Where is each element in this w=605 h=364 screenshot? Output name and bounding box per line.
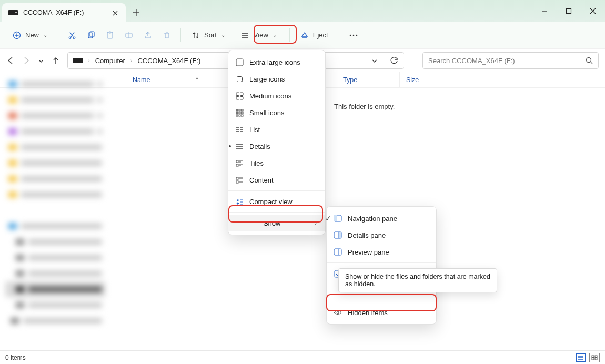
show-details-pane[interactable]: Details pane	[327, 227, 436, 244]
drive-icon	[73, 58, 83, 63]
close-tab-icon[interactable]	[111, 8, 119, 16]
recent-locations-button[interactable]	[38, 57, 44, 65]
navigation-pane-icon	[333, 215, 342, 222]
view-extra-large-icons[interactable]: Extra large icons	[228, 54, 325, 70]
show-navigation-pane[interactable]: ✓Navigation pane	[327, 210, 436, 227]
svg-rect-30	[236, 177, 238, 179]
search-icon	[586, 57, 593, 64]
paste-button[interactable]	[102, 28, 118, 43]
svg-rect-24	[241, 112, 243, 114]
view-show-submenu[interactable]: Show ›	[228, 215, 325, 231]
up-button[interactable]	[52, 56, 60, 65]
svg-rect-22	[236, 112, 238, 114]
svg-rect-21	[241, 109, 243, 111]
minimize-button[interactable]	[532, 0, 557, 22]
svg-rect-15	[236, 93, 239, 96]
svg-rect-25	[236, 115, 238, 116]
svg-rect-42	[595, 358, 597, 360]
bullet-icon: •	[225, 142, 235, 150]
large-icons-icon	[235, 75, 244, 83]
svg-point-10	[352, 34, 354, 36]
list-icon	[235, 126, 244, 134]
cut-icon	[68, 31, 76, 39]
delete-icon	[163, 31, 171, 39]
check-icon: ✓	[324, 214, 333, 223]
address-history-button[interactable]	[371, 57, 378, 65]
svg-rect-13	[236, 59, 243, 66]
view-list[interactable]: List	[228, 121, 325, 138]
more-button[interactable]	[345, 28, 362, 43]
svg-rect-14	[237, 76, 242, 82]
drive-icon	[8, 10, 18, 15]
svg-rect-16	[240, 93, 243, 96]
sort-icon	[191, 31, 200, 39]
thumbnails-view-toggle[interactable]	[589, 353, 600, 362]
delete-button[interactable]	[158, 28, 175, 43]
eject-icon	[300, 31, 309, 39]
svg-rect-39	[592, 356, 594, 358]
empty-folder-message: This folder is empty.	[334, 103, 395, 110]
content-icon	[235, 176, 244, 184]
preview-pane-icon	[333, 248, 342, 256]
svg-rect-0	[567, 8, 571, 13]
tab-current[interactable]: CCCOMA_X64F (F:)	[2, 3, 126, 22]
chevron-down-icon: ⌄	[43, 32, 47, 38]
forward-button[interactable]	[22, 56, 31, 65]
svg-rect-36	[334, 249, 341, 255]
new-button[interactable]: New ⌄	[7, 28, 53, 43]
rename-button[interactable]	[120, 28, 137, 43]
back-button[interactable]	[6, 56, 15, 65]
new-tab-button[interactable]	[126, 3, 147, 22]
navigation-pane[interactable]	[0, 72, 110, 350]
svg-rect-23	[239, 112, 240, 114]
chevron-right-icon[interactable]: ›	[130, 57, 133, 64]
svg-rect-19	[236, 109, 238, 111]
details-icon	[235, 143, 244, 150]
view-small-icons[interactable]: Small icons	[228, 104, 325, 121]
chevron-right-icon[interactable]: ›	[88, 57, 90, 64]
nav-buttons	[6, 56, 60, 65]
breadcrumb-current[interactable]: CCCOMA_X64F (F:)	[137, 57, 200, 65]
svg-point-38	[337, 311, 339, 314]
view-compact[interactable]: Compact view	[228, 193, 325, 210]
svg-rect-26	[239, 115, 240, 116]
rename-icon	[125, 31, 133, 39]
view-medium-icons[interactable]: Medium icons	[228, 87, 325, 104]
chevron-down-icon: ⌄	[221, 32, 225, 38]
svg-rect-17	[236, 96, 239, 99]
refresh-button[interactable]	[390, 56, 398, 65]
svg-point-12	[587, 58, 591, 63]
show-preview-pane[interactable]: Preview pane	[327, 244, 436, 260]
show-hidden-items[interactable]: Hidden items	[327, 304, 436, 321]
plus-circle-icon	[13, 31, 21, 39]
sort-button[interactable]: Sort ⌄	[186, 28, 230, 43]
view-large-icons[interactable]: Large icons	[228, 70, 325, 87]
cut-button[interactable]	[64, 28, 80, 43]
view-tiles[interactable]: Tiles	[228, 155, 325, 171]
search-input[interactable]: Search CCCOMA_X64F (F:)	[422, 52, 599, 69]
share-icon	[144, 31, 152, 39]
ellipsis-icon	[349, 31, 358, 39]
close-window-button[interactable]	[581, 0, 605, 22]
view-content[interactable]: Content	[228, 171, 325, 188]
svg-rect-31	[236, 181, 238, 183]
details-view-toggle[interactable]	[576, 353, 586, 362]
tiles-icon	[235, 159, 244, 167]
eject-button[interactable]: Eject	[295, 28, 334, 43]
chevron-down-icon: ⌄	[273, 32, 277, 38]
copy-button[interactable]	[83, 28, 99, 43]
medium-icons-icon	[235, 92, 244, 100]
view-button[interactable]: View ⌄	[236, 28, 282, 43]
svg-rect-35	[339, 232, 341, 238]
paste-icon	[106, 31, 114, 39]
share-button[interactable]	[139, 28, 156, 43]
window-controls	[532, 0, 605, 22]
svg-rect-41	[592, 358, 594, 360]
hidden-items-icon	[333, 309, 342, 316]
search-placeholder: Search CCCOMA_X64F (F:)	[428, 57, 586, 65]
svg-rect-20	[239, 109, 240, 111]
view-details[interactable]: •Details	[228, 138, 325, 155]
breadcrumb-root[interactable]: Computer	[95, 57, 125, 65]
maximize-button[interactable]	[557, 0, 581, 22]
show-submenu: ✓Navigation pane Details pane Preview pa…	[326, 206, 437, 325]
